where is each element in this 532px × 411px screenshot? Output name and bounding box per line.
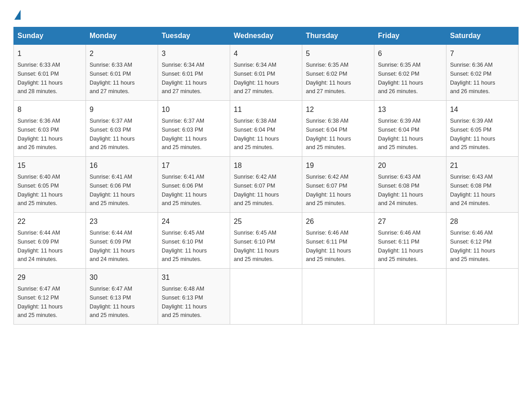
logo-triangle-icon xyxy=(14,10,21,20)
page-header xyxy=(13,9,519,19)
day-info: Sunrise: 6:42 AMSunset: 6:07 PMDaylight:… xyxy=(234,174,279,206)
day-number: 4 xyxy=(234,48,298,59)
calendar-cell: 16Sunrise: 6:41 AMSunset: 6:06 PMDayligh… xyxy=(86,157,158,213)
day-info: Sunrise: 6:45 AMSunset: 6:10 PMDaylight:… xyxy=(162,230,207,262)
day-number: 13 xyxy=(378,104,442,115)
calendar-cell: 8Sunrise: 6:36 AMSunset: 6:03 PMDaylight… xyxy=(14,101,86,157)
day-number: 20 xyxy=(378,160,442,171)
day-number: 29 xyxy=(17,272,82,283)
calendar-week-row: 8Sunrise: 6:36 AMSunset: 6:03 PMDaylight… xyxy=(14,101,519,157)
day-number: 28 xyxy=(450,216,515,227)
calendar-cell xyxy=(446,269,519,325)
calendar-cell: 19Sunrise: 6:42 AMSunset: 6:07 PMDayligh… xyxy=(302,157,374,213)
day-info: Sunrise: 6:48 AMSunset: 6:13 PMDaylight:… xyxy=(162,286,207,318)
calendar-week-row: 29Sunrise: 6:47 AMSunset: 6:12 PMDayligh… xyxy=(14,269,519,325)
day-number: 30 xyxy=(90,272,154,283)
day-info: Sunrise: 6:45 AMSunset: 6:10 PMDaylight:… xyxy=(234,230,279,262)
col-header-tuesday: Tuesday xyxy=(158,27,230,45)
day-info: Sunrise: 6:41 AMSunset: 6:06 PMDaylight:… xyxy=(90,174,135,206)
day-info: Sunrise: 6:47 AMSunset: 6:12 PMDaylight:… xyxy=(17,286,63,318)
day-number: 12 xyxy=(306,104,370,115)
day-info: Sunrise: 6:34 AMSunset: 6:01 PMDaylight:… xyxy=(162,62,207,94)
day-number: 11 xyxy=(234,104,298,115)
day-number: 21 xyxy=(450,160,515,171)
calendar-cell: 24Sunrise: 6:45 AMSunset: 6:10 PMDayligh… xyxy=(158,213,230,269)
calendar-cell: 23Sunrise: 6:44 AMSunset: 6:09 PMDayligh… xyxy=(86,213,158,269)
day-info: Sunrise: 6:42 AMSunset: 6:07 PMDaylight:… xyxy=(306,174,351,206)
calendar-header-row: SundayMondayTuesdayWednesdayThursdayFrid… xyxy=(14,27,519,45)
day-number: 31 xyxy=(162,272,226,283)
day-info: Sunrise: 6:36 AMSunset: 6:03 PMDaylight:… xyxy=(17,118,63,150)
day-info: Sunrise: 6:43 AMSunset: 6:08 PMDaylight:… xyxy=(450,174,495,206)
col-header-saturday: Saturday xyxy=(446,27,519,45)
calendar-cell: 9Sunrise: 6:37 AMSunset: 6:03 PMDaylight… xyxy=(86,101,158,157)
col-header-monday: Monday xyxy=(86,27,158,45)
day-number: 16 xyxy=(90,160,154,171)
calendar-cell: 3Sunrise: 6:34 AMSunset: 6:01 PMDaylight… xyxy=(158,45,230,101)
day-number: 1 xyxy=(17,48,82,59)
col-header-sunday: Sunday xyxy=(14,27,86,45)
day-info: Sunrise: 6:39 AMSunset: 6:04 PMDaylight:… xyxy=(378,118,423,150)
day-number: 8 xyxy=(17,104,82,115)
calendar-cell: 6Sunrise: 6:35 AMSunset: 6:02 PMDaylight… xyxy=(374,45,446,101)
day-number: 19 xyxy=(306,160,370,171)
day-info: Sunrise: 6:46 AMSunset: 6:12 PMDaylight:… xyxy=(450,230,495,262)
calendar-cell: 22Sunrise: 6:44 AMSunset: 6:09 PMDayligh… xyxy=(14,213,86,269)
day-number: 23 xyxy=(90,216,154,227)
day-info: Sunrise: 6:35 AMSunset: 6:02 PMDaylight:… xyxy=(378,62,423,94)
day-info: Sunrise: 6:33 AMSunset: 6:01 PMDaylight:… xyxy=(17,62,63,94)
calendar-cell: 4Sunrise: 6:34 AMSunset: 6:01 PMDaylight… xyxy=(230,45,302,101)
calendar-cell: 30Sunrise: 6:47 AMSunset: 6:13 PMDayligh… xyxy=(86,269,158,325)
day-info: Sunrise: 6:38 AMSunset: 6:04 PMDaylight:… xyxy=(306,118,351,150)
day-info: Sunrise: 6:44 AMSunset: 6:09 PMDaylight:… xyxy=(90,230,135,262)
day-info: Sunrise: 6:37 AMSunset: 6:03 PMDaylight:… xyxy=(90,118,135,150)
day-number: 25 xyxy=(234,216,298,227)
calendar-cell: 14Sunrise: 6:39 AMSunset: 6:05 PMDayligh… xyxy=(446,101,519,157)
col-header-thursday: Thursday xyxy=(302,27,374,45)
day-number: 9 xyxy=(90,104,154,115)
calendar-cell: 5Sunrise: 6:35 AMSunset: 6:02 PMDaylight… xyxy=(302,45,374,101)
calendar-cell xyxy=(230,269,302,325)
day-info: Sunrise: 6:46 AMSunset: 6:11 PMDaylight:… xyxy=(378,230,423,262)
day-number: 24 xyxy=(162,216,226,227)
day-number: 14 xyxy=(450,104,515,115)
calendar-cell: 7Sunrise: 6:36 AMSunset: 6:02 PMDaylight… xyxy=(446,45,519,101)
calendar-cell: 21Sunrise: 6:43 AMSunset: 6:08 PMDayligh… xyxy=(446,157,519,213)
calendar-cell: 2Sunrise: 6:33 AMSunset: 6:01 PMDaylight… xyxy=(86,45,158,101)
calendar-cell: 18Sunrise: 6:42 AMSunset: 6:07 PMDayligh… xyxy=(230,157,302,213)
day-number: 18 xyxy=(234,160,298,171)
day-number: 22 xyxy=(17,216,82,227)
calendar-week-row: 1Sunrise: 6:33 AMSunset: 6:01 PMDaylight… xyxy=(14,45,519,101)
day-info: Sunrise: 6:35 AMSunset: 6:02 PMDaylight:… xyxy=(306,62,351,94)
calendar-cell xyxy=(374,269,446,325)
logo xyxy=(13,9,21,19)
day-number: 2 xyxy=(90,48,154,59)
calendar-cell: 28Sunrise: 6:46 AMSunset: 6:12 PMDayligh… xyxy=(446,213,519,269)
day-number: 7 xyxy=(450,48,515,59)
col-header-wednesday: Wednesday xyxy=(230,27,302,45)
calendar-cell: 11Sunrise: 6:38 AMSunset: 6:04 PMDayligh… xyxy=(230,101,302,157)
calendar-week-row: 15Sunrise: 6:40 AMSunset: 6:05 PMDayligh… xyxy=(14,157,519,213)
calendar-cell: 25Sunrise: 6:45 AMSunset: 6:10 PMDayligh… xyxy=(230,213,302,269)
day-number: 27 xyxy=(378,216,442,227)
calendar-cell: 31Sunrise: 6:48 AMSunset: 6:13 PMDayligh… xyxy=(158,269,230,325)
calendar-cell: 15Sunrise: 6:40 AMSunset: 6:05 PMDayligh… xyxy=(14,157,86,213)
day-info: Sunrise: 6:38 AMSunset: 6:04 PMDaylight:… xyxy=(234,118,279,150)
calendar-cell: 26Sunrise: 6:46 AMSunset: 6:11 PMDayligh… xyxy=(302,213,374,269)
day-info: Sunrise: 6:36 AMSunset: 6:02 PMDaylight:… xyxy=(450,62,495,94)
day-info: Sunrise: 6:39 AMSunset: 6:05 PMDaylight:… xyxy=(450,118,495,150)
calendar-cell: 1Sunrise: 6:33 AMSunset: 6:01 PMDaylight… xyxy=(14,45,86,101)
calendar-cell: 12Sunrise: 6:38 AMSunset: 6:04 PMDayligh… xyxy=(302,101,374,157)
day-info: Sunrise: 6:46 AMSunset: 6:11 PMDaylight:… xyxy=(306,230,351,262)
day-number: 17 xyxy=(162,160,226,171)
day-number: 10 xyxy=(162,104,226,115)
day-info: Sunrise: 6:34 AMSunset: 6:01 PMDaylight:… xyxy=(234,62,279,94)
day-number: 6 xyxy=(378,48,442,59)
day-number: 3 xyxy=(162,48,226,59)
calendar-cell: 13Sunrise: 6:39 AMSunset: 6:04 PMDayligh… xyxy=(374,101,446,157)
calendar-cell: 17Sunrise: 6:41 AMSunset: 6:06 PMDayligh… xyxy=(158,157,230,213)
day-info: Sunrise: 6:44 AMSunset: 6:09 PMDaylight:… xyxy=(17,230,63,262)
calendar-cell: 27Sunrise: 6:46 AMSunset: 6:11 PMDayligh… xyxy=(374,213,446,269)
calendar-cell: 29Sunrise: 6:47 AMSunset: 6:12 PMDayligh… xyxy=(14,269,86,325)
day-info: Sunrise: 6:40 AMSunset: 6:05 PMDaylight:… xyxy=(17,174,63,206)
